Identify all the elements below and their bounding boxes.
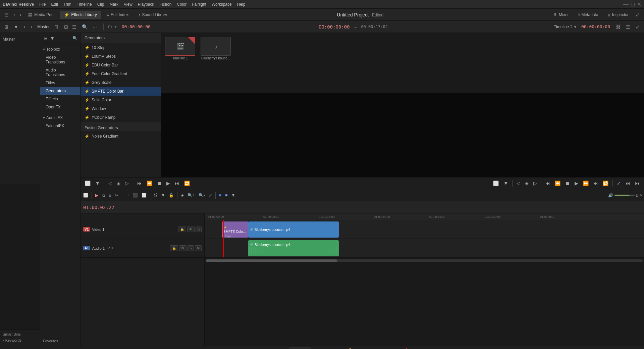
media-item-timeline1[interactable]: 🎬 Timeline 1 [165, 37, 195, 89]
panel-toggle[interactable]: ☰ [3, 11, 10, 18]
link-btn2[interactable]: ⛓ [152, 192, 159, 199]
sidebar-item-openfx[interactable]: OpenFX [40, 103, 80, 111]
r-loop-btn[interactable]: 🔁 [601, 180, 610, 187]
go-start-btn[interactable]: ⏮ [136, 180, 144, 187]
gen-item-100mv[interactable]: ⚡ 100mV Steps [80, 52, 161, 61]
play-btn[interactable]: ▶ [165, 180, 172, 187]
v1-lock-btn[interactable]: 🔒 [178, 227, 186, 232]
gen-item-ebu[interactable]: ⚡ EBU Color Bar [80, 61, 161, 69]
menu-fusion[interactable]: Fusion [160, 2, 172, 7]
menu-edit[interactable]: Edit [51, 2, 58, 7]
fwd-btn[interactable]: › [18, 11, 23, 18]
sidebar-view-btn[interactable]: ▼ [49, 35, 55, 42]
r-fullscreen-btn[interactable]: ⤢ [615, 180, 623, 187]
bottom-tab-deliver[interactable]: 📤 Deliver [392, 347, 420, 349]
insert-btn[interactable]: ⬚ [124, 192, 130, 199]
step-back-btn[interactable]: ⏪ [145, 180, 154, 187]
tab-edit-index[interactable]: ≡ Edit Index [102, 11, 133, 19]
zoom-fit-btn[interactable]: ⤢ [207, 192, 213, 199]
menu-mark[interactable]: Mark [109, 2, 118, 7]
r-go-start-btn[interactable]: ⏮ [544, 180, 552, 187]
mark-in-btn[interactable]: ◈ [115, 180, 122, 187]
color-dropdown-btn[interactable]: ▼ [230, 192, 237, 199]
v1-clip-btn[interactable]: □ [196, 227, 202, 232]
grid-view-btn[interactable]: ⊞ [62, 23, 70, 31]
trim-tool-btn[interactable]: ⧉ [101, 192, 106, 199]
track-select-btn[interactable]: ⬜ [82, 192, 90, 199]
tab-media-pool[interactable]: ▤ Media Pool [24, 11, 58, 19]
settings-btn[interactable]: ☰ [624, 23, 632, 31]
menu-fairlight[interactable]: Fairlight [192, 2, 206, 7]
gen-item-smpte[interactable]: ⚡ SMPTE Color Bar [80, 87, 161, 96]
menu-workspace[interactable]: Workspace [212, 2, 232, 7]
expand-timeline-btn[interactable]: ⤢ [634, 23, 641, 31]
r-mark-in-btn[interactable]: ◈ [523, 180, 530, 187]
r-go-end-btn[interactable]: ⏭ [592, 180, 600, 187]
r-viewer-dropdown-btn[interactable]: ▼ [502, 180, 510, 187]
loop-btn[interactable]: 🔁 [182, 180, 192, 187]
sidebar-search-icon[interactable]: 🔍 [72, 36, 77, 41]
sidebar-item-audio-transitions[interactable]: Audio Transitions [40, 66, 80, 79]
sidebar-panel-btn[interactable]: ⊟ [43, 35, 48, 42]
r-step-fwd-btn[interactable]: ⏩ [581, 180, 590, 187]
r-stop-btn[interactable]: ⏹ [564, 180, 572, 187]
bottom-tab-fusion[interactable]: ◈ Fusion [311, 347, 338, 349]
bottom-tab-cut[interactable]: ✂ Cut [267, 347, 289, 349]
back-clip-btn[interactable]: ‹ [22, 23, 27, 31]
more-btn[interactable]: ··· [91, 23, 99, 31]
tab-sound-library[interactable]: ♪ Sound Library [134, 11, 171, 19]
sidebar-item-fairlightfx[interactable]: FairightFX [40, 122, 80, 130]
color-swatch-btn[interactable]: ■ [218, 192, 223, 199]
toolbox-header[interactable]: ▾ Toolbox [40, 45, 80, 53]
bottom-tab-color[interactable]: 🎨 Color [338, 347, 363, 349]
menu-trim[interactable]: Trim [63, 2, 71, 7]
viewer-dropdown-btn[interactable]: ▼ [94, 180, 102, 187]
menu-color[interactable]: Color [177, 2, 187, 7]
panel-layout-btn2[interactable]: ▼ [12, 23, 20, 31]
search-btn[interactable]: 🔍 [80, 23, 89, 31]
sidebar-item-generators[interactable]: Generators [40, 87, 80, 95]
select-tool-btn[interactable]: ▶ [94, 192, 100, 199]
menu-help[interactable]: Help [237, 2, 246, 7]
app-logo[interactable]: DaVinci Resolve [3, 2, 34, 7]
volume-slider[interactable] [614, 195, 635, 196]
r-mark-out-btn[interactable]: ▷ [532, 180, 539, 187]
snap-btn[interactable]: ◈ [179, 192, 185, 199]
menu-clip[interactable]: Clip [97, 2, 104, 7]
r-play-btn[interactable]: ▶ [573, 180, 580, 187]
gen-item-ycbcr[interactable]: ⚡ YCbCr Ramp [80, 113, 161, 122]
track-content-v1[interactable]: ⚡ SMPTE Color Bar 🔗 Blueberrys bounce.mp… [205, 220, 644, 239]
back-btn[interactable]: ‹ [12, 11, 17, 18]
lock-btn[interactable]: 🔒 [167, 192, 175, 199]
viewer-mode-btn[interactable]: ⬜ [83, 180, 92, 187]
sidebar-item-titles[interactable]: Titles [40, 79, 80, 87]
timeline-scrollbar[interactable] [205, 258, 644, 261]
clip-blueberrys-a1[interactable]: 🔗 Blueberrys bounce.mp4 [248, 240, 339, 256]
keywords-item[interactable]: › Keywords [3, 338, 37, 343]
timeline-dropdown[interactable]: Timeline 1 ▼ [554, 24, 577, 29]
prev-frame-btn[interactable]: ◁ [107, 180, 114, 187]
r-viewer-mode-btn[interactable]: ⬜ [491, 180, 500, 187]
bottom-tab-fairlight[interactable]: ♩ Fairlight [363, 347, 392, 349]
sidebar-item-effects[interactable]: Effects [40, 95, 80, 103]
a1-solo-btn[interactable]: S [187, 245, 194, 251]
blade-btn[interactable]: ✂ [114, 192, 120, 199]
menu-playback[interactable]: Playback [138, 2, 154, 7]
gen-item-solid-color[interactable]: ⚡ Solid Color [80, 96, 161, 104]
dynamic-trim-btn[interactable]: ⧈ [107, 192, 113, 199]
fit-control[interactable]: Fit ▼ [108, 24, 118, 29]
menu-view[interactable]: View [124, 2, 132, 7]
panel-layout-btn[interactable]: ⊞ [3, 23, 10, 31]
color-swatch2-btn[interactable]: ■ [224, 192, 229, 199]
a1-eye-btn[interactable]: 👁 [179, 245, 186, 251]
tab-metadata[interactable]: ℹ Metadata [574, 11, 602, 18]
bottom-tab-edit[interactable]: ✏ Edit [289, 347, 311, 349]
r-prev2-btn[interactable]: ⏮ [633, 180, 641, 187]
menu-timeline[interactable]: Timeline [77, 2, 92, 7]
r-next-btn[interactable]: ⏭ [624, 180, 632, 187]
tab-mixer[interactable]: 🎚 Mixer [549, 11, 573, 18]
fwd-clip-btn[interactable]: › [29, 23, 34, 31]
stop-btn[interactable]: ⏹ [155, 180, 163, 187]
mark-out-btn[interactable]: ▷ [123, 180, 130, 187]
bottom-tab-media[interactable]: 📷 Media [241, 347, 267, 349]
